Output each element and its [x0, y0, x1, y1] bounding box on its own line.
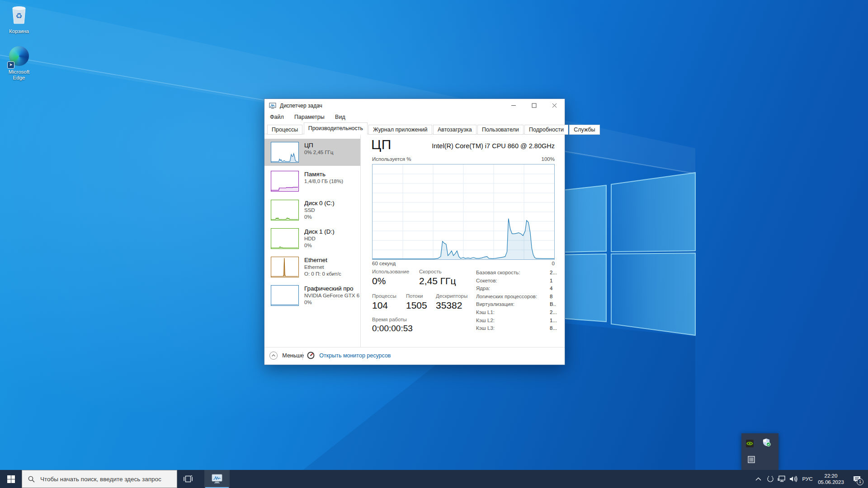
- edge-icon: ➤: [9, 46, 29, 68]
- task-view-button[interactable]: [177, 470, 199, 488]
- sidebar-item-title: Диск 0 (C:): [304, 199, 359, 207]
- stat-handles-value: 35382: [436, 300, 462, 311]
- sidebar-item-subtitle: HDD: [304, 235, 359, 242]
- action-center-button[interactable]: 1: [846, 470, 867, 488]
- clock-time: 22:20: [825, 473, 838, 479]
- menu-file[interactable]: Файл: [266, 113, 288, 122]
- svg-text:♻: ♻: [15, 12, 22, 20]
- desktop-icon-recycle-bin[interactable]: ♻ Корзина: [2, 4, 36, 34]
- start-button[interactable]: [0, 470, 22, 488]
- sidebar-item-title: ЦП: [304, 141, 359, 149]
- tab-users[interactable]: Пользователи: [477, 125, 524, 135]
- sidebar-item-ethernet[interactable]: Ethernet Ethernet О: 0 П: 0 кбит/с: [264, 253, 360, 281]
- detail-row: Логических процессоров:8: [476, 294, 557, 302]
- stat-uptime-label: Время работы: [372, 317, 407, 322]
- stat-processes-label: Процессы: [372, 293, 396, 299]
- sidebar-item-disk1[interactable]: Диск 1 (D:) HDD 0%: [264, 225, 360, 252]
- maximize-button[interactable]: [524, 99, 544, 112]
- gpu-mini-chart: [271, 285, 299, 306]
- taskbar-clock[interactable]: 22:20 05.06.2023: [816, 470, 846, 488]
- detail-row: Базовая скорость:2...: [476, 270, 557, 278]
- tray-network-icon[interactable]: [776, 470, 788, 488]
- stat-speed-label: Скорость: [419, 269, 442, 274]
- performance-sidebar: ЦП 0% 2,45 ГГц Память 1,4/8,0 ГБ (18%) Д…: [264, 134, 361, 347]
- clock-date: 05.06.2023: [818, 479, 844, 485]
- taskbar-search[interactable]: [22, 470, 177, 488]
- detail-row: Ядра:4: [476, 286, 557, 294]
- sidebar-item-cpu[interactable]: ЦП 0% 2,45 ГГц: [264, 139, 360, 166]
- sidebar-item-memory[interactable]: Память 1,4/8,0 ГБ (18%): [264, 168, 360, 195]
- sidebar-item-title: Графический про: [304, 285, 359, 292]
- resource-monitor-label: Открыть монитор ресурсов: [319, 352, 391, 359]
- stat-speed-value: 2,45 ГГц: [419, 276, 456, 286]
- footer-divider: [302, 352, 303, 360]
- task-manager-taskbar-button[interactable]: [204, 470, 230, 488]
- windows-logo-icon: [7, 475, 15, 483]
- recycle-bin-icon: ♻: [10, 4, 28, 27]
- sidebar-item-title: Память: [304, 170, 359, 178]
- fewer-details-label: Меньше: [282, 352, 304, 359]
- tab-performance[interactable]: Производительность: [304, 122, 368, 135]
- menu-view[interactable]: Вид: [331, 113, 349, 122]
- circle-dots-icon: [767, 475, 774, 483]
- fewer-details-button[interactable]: Меньше: [269, 352, 304, 361]
- cpu-usage-chart: [372, 164, 555, 260]
- detail-row: Сокетов:1: [476, 278, 557, 286]
- memory-mini-chart: [271, 171, 299, 192]
- task-manager-app-icon: [269, 102, 276, 111]
- ethernet-network-icon: [778, 475, 786, 483]
- detail-row: Кэш L2:1...: [476, 318, 557, 326]
- resource-monitor-icon: [307, 352, 315, 359]
- grid-utility-tray-icon[interactable]: [747, 455, 756, 464]
- menu-options[interactable]: Параметры: [291, 113, 328, 122]
- menu-bar: Файл Параметры Вид: [264, 113, 565, 122]
- nvidia-tray-icon[interactable]: [745, 439, 754, 448]
- cpu-model-name: Intel(R) Core(TM) i7 CPU 860 @ 2.80GHz: [432, 142, 555, 150]
- sidebar-item-disk0[interactable]: Диск 0 (C:) SSD 0%: [264, 197, 360, 224]
- speaker-icon: [789, 475, 797, 483]
- desktop-icon-microsoft-edge[interactable]: ➤ Microsoft Edge: [2, 46, 36, 81]
- search-input[interactable]: [39, 475, 168, 483]
- sidebar-item-subtitle2: 0%: [304, 242, 359, 249]
- sidebar-item-subtitle2: 0%: [304, 214, 359, 221]
- task-manager-window: Диспетчер задач Файл Параметры Вид Проце…: [264, 99, 565, 365]
- tab-details[interactable]: Подробности: [524, 125, 568, 135]
- cpu-panel: ЦП Intel(R) Core(TM) i7 CPU 860 @ 2.80GH…: [371, 134, 557, 347]
- sidebar-item-subtitle: SSD: [304, 207, 359, 214]
- open-resource-monitor-link[interactable]: Открыть монитор ресурсов: [307, 352, 391, 361]
- language-indicator[interactable]: РУС: [799, 470, 816, 488]
- stat-uptime-value: 0:00:00:53: [372, 324, 413, 333]
- notification-badge: 1: [857, 479, 863, 485]
- desktop-icon-label: Microsoft Edge: [2, 69, 36, 81]
- stat-threads-label: Потоки: [406, 293, 423, 299]
- defender-tray-icon[interactable]: [762, 438, 771, 447]
- tab-strip: Процессы Производительность Журнал прило…: [264, 122, 565, 134]
- edge-badge-icon: ➤: [7, 61, 14, 69]
- tray-show-hidden-button[interactable]: [752, 470, 764, 488]
- tab-app-history[interactable]: Журнал приложений: [368, 125, 432, 135]
- cpu-panel-title: ЦП: [371, 137, 392, 152]
- chart-seconds-label: 60 секунд: [372, 261, 396, 266]
- tray-volume-icon[interactable]: [788, 470, 799, 488]
- stat-threads-value: 1505: [406, 300, 427, 311]
- minimize-button[interactable]: [504, 99, 524, 112]
- sidebar-item-subtitle: 0% 2,45 ГГц: [304, 149, 359, 156]
- sidebar-item-gpu[interactable]: Графический про NVIDIA GeForce GTX 660 0…: [264, 282, 360, 311]
- close-button[interactable]: [544, 99, 565, 112]
- tab-processes[interactable]: Процессы: [267, 125, 302, 135]
- desktop-icon-label: Корзина: [2, 28, 36, 34]
- sidebar-item-subtitle2: 0%: [304, 299, 359, 306]
- chevron-up-circle-icon: [269, 352, 278, 360]
- tray-status-icon[interactable]: [765, 470, 776, 488]
- sidebar-item-subtitle: 1,4/8,0 ГБ (18%): [304, 178, 359, 185]
- tray-overflow-popup: [741, 433, 778, 470]
- title-bar[interactable]: Диспетчер задач: [264, 99, 565, 113]
- sidebar-item-subtitle: Ethernet: [304, 264, 359, 271]
- task-manager-icon: [211, 474, 223, 484]
- detail-row: Кэш L3:8...: [476, 325, 557, 333]
- tab-startup[interactable]: Автозагрузка: [433, 125, 476, 135]
- disk1-mini-chart: [271, 228, 299, 249]
- sidebar-item-subtitle: NVIDIA GeForce GTX 660: [304, 292, 359, 299]
- tab-services[interactable]: Службы: [569, 125, 599, 135]
- chart-usage-label: Используется %: [372, 156, 411, 162]
